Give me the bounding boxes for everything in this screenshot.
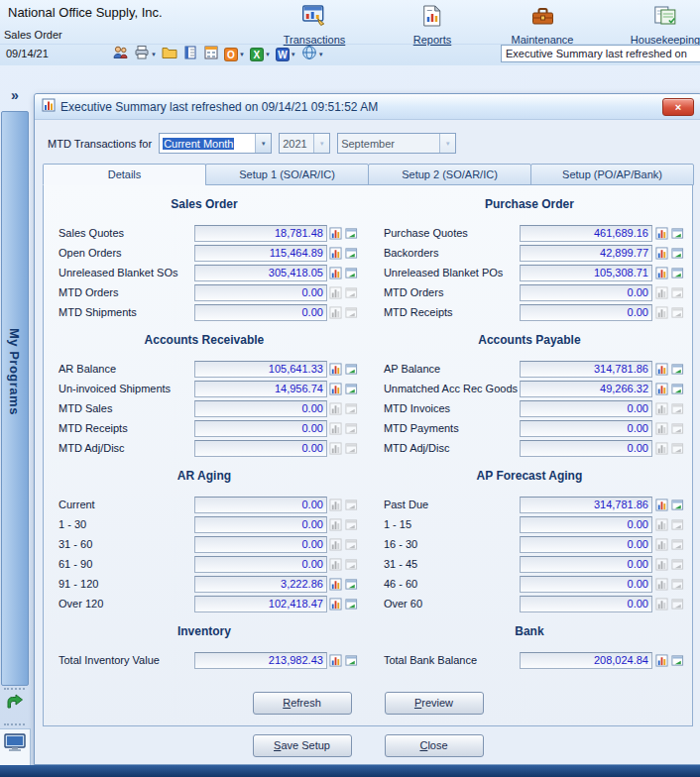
drilldown-icon[interactable] [670, 557, 684, 571]
excel-export-button[interactable]: X▼ [249, 46, 272, 63]
chart-icon[interactable] [654, 421, 668, 435]
metric-value-field[interactable]: 0.00 [520, 556, 652, 573]
sidebar-expand-button[interactable]: » [3, 85, 27, 105]
metric-value-field[interactable]: 0.00 [194, 400, 327, 417]
drilldown-icon[interactable] [345, 285, 359, 299]
chart-icon[interactable] [329, 246, 343, 260]
metric-value-field[interactable]: 18,781.48 [194, 225, 327, 242]
workstation-icon[interactable] [3, 733, 27, 757]
drilldown-icon[interactable] [345, 401, 359, 415]
metric-value-field[interactable]: 0.00 [194, 304, 327, 321]
close-button[interactable]: Close [385, 734, 484, 757]
metric-value-field[interactable]: 105,308.71 [520, 265, 652, 281]
word-export-button[interactable]: W▼ [275, 46, 297, 63]
chart-icon[interactable] [654, 517, 668, 531]
save-setup-button[interactable]: Save Setup [253, 734, 352, 757]
chart-icon[interactable] [329, 266, 343, 279]
drilldown-icon[interactable] [345, 246, 359, 260]
drilldown-icon[interactable] [345, 362, 359, 376]
preview-button[interactable]: Preview [385, 692, 484, 715]
nav-transactions[interactable]: Transactions [284, 4, 346, 46]
folder-icon[interactable] [161, 46, 178, 63]
drilldown-icon[interactable] [345, 441, 359, 455]
chart-icon[interactable] [654, 362, 668, 376]
drilldown-icon[interactable] [670, 441, 684, 455]
drilldown-icon[interactable] [345, 226, 359, 240]
metric-value-field[interactable]: 314,781.86 [520, 361, 652, 378]
chart-icon[interactable] [654, 266, 668, 279]
dropdown-arrow-icon[interactable]: ▼ [239, 52, 245, 57]
metric-value-field[interactable]: 49,266.32 [520, 381, 652, 397]
drilldown-icon[interactable] [345, 421, 359, 435]
dialog-titlebar[interactable]: Executive Summary last refreshed on 09/1… [35, 94, 700, 120]
chart-icon[interactable] [329, 537, 343, 551]
drilldown-icon[interactable] [670, 382, 684, 395]
drilldown-icon[interactable] [345, 305, 359, 319]
print-button[interactable]: ▼ [133, 46, 158, 63]
drilldown-icon[interactable] [345, 266, 359, 279]
chart-icon[interactable] [654, 577, 668, 591]
drilldown-icon[interactable] [345, 382, 359, 395]
metric-value-field[interactable]: 0.00 [520, 284, 652, 301]
window-icon[interactable] [202, 46, 220, 63]
chart-icon[interactable] [654, 246, 668, 260]
drilldown-icon[interactable] [670, 285, 684, 299]
drilldown-icon[interactable] [670, 246, 684, 260]
chart-icon[interactable] [329, 441, 343, 455]
chart-icon[interactable] [329, 226, 343, 240]
metric-value-field[interactable]: 14,956.74 [194, 381, 327, 397]
metric-value-field[interactable]: 0.00 [520, 516, 652, 533]
year-combobox[interactable]: 2021 ▼ [279, 133, 330, 154]
chart-icon[interactable] [329, 597, 343, 610]
metric-value-field[interactable]: 0.00 [194, 284, 327, 301]
chart-icon[interactable] [654, 285, 668, 299]
drilldown-icon[interactable] [670, 653, 684, 667]
nav-reports-label[interactable]: Reports [413, 34, 452, 46]
refresh-button[interactable]: Refresh [253, 692, 352, 715]
drilldown-icon[interactable] [670, 305, 684, 319]
drilldown-icon[interactable] [670, 517, 684, 531]
metric-value-field[interactable]: 0.00 [520, 420, 652, 437]
drilldown-icon[interactable] [345, 537, 359, 551]
chart-icon[interactable] [654, 305, 668, 319]
chart-icon[interactable] [329, 653, 343, 667]
metric-value-field[interactable]: 42,899.77 [520, 245, 652, 262]
drilldown-icon[interactable] [670, 362, 684, 376]
chevron-down-icon[interactable]: ▼ [313, 134, 329, 153]
drilldown-icon[interactable] [670, 266, 684, 279]
metric-value-field[interactable]: 0.00 [194, 536, 327, 553]
nav-reports[interactable]: Reports [413, 4, 452, 46]
drilldown-icon[interactable] [345, 557, 359, 571]
drilldown-icon[interactable] [345, 653, 359, 667]
chart-icon[interactable] [654, 557, 668, 571]
chart-icon[interactable] [329, 382, 343, 395]
chart-icon[interactable] [654, 537, 668, 551]
metric-value-field[interactable]: 461,689.16 [520, 225, 652, 242]
drilldown-icon[interactable] [345, 517, 359, 531]
chart-icon[interactable] [329, 557, 343, 571]
metric-value-field[interactable]: 102,418.47 [194, 596, 327, 612]
chart-icon[interactable] [654, 653, 668, 667]
metric-value-field[interactable]: 0.00 [520, 576, 652, 593]
chart-icon[interactable] [329, 517, 343, 531]
drilldown-icon[interactable] [670, 597, 684, 610]
metric-value-field[interactable]: 0.00 [520, 400, 652, 417]
drilldown-icon[interactable] [345, 577, 359, 591]
drilldown-icon[interactable] [670, 421, 684, 435]
chart-icon[interactable] [329, 577, 343, 591]
close-icon[interactable]: × [662, 98, 694, 116]
metric-value-field[interactable]: 0.00 [194, 420, 327, 437]
chevron-down-icon[interactable]: ▼ [439, 134, 455, 153]
month-combobox[interactable]: September ▼ [337, 133, 456, 154]
web-button[interactable]: ▼ [300, 46, 325, 63]
dropdown-arrow-icon[interactable]: ▼ [265, 52, 271, 57]
metric-value-field[interactable]: 305,418.05 [194, 265, 327, 281]
ledger-icon[interactable] [181, 46, 199, 63]
outlook-export-button[interactable]: O▼ [223, 46, 246, 63]
metric-value-field[interactable]: 0.00 [520, 304, 652, 321]
metric-value-field[interactable]: 0.00 [520, 596, 652, 612]
metric-value-field[interactable]: 0.00 [194, 516, 327, 533]
metric-value-field[interactable]: 115,464.89 [194, 245, 327, 262]
drilldown-icon[interactable] [345, 597, 359, 610]
chart-icon[interactable] [329, 498, 343, 511]
